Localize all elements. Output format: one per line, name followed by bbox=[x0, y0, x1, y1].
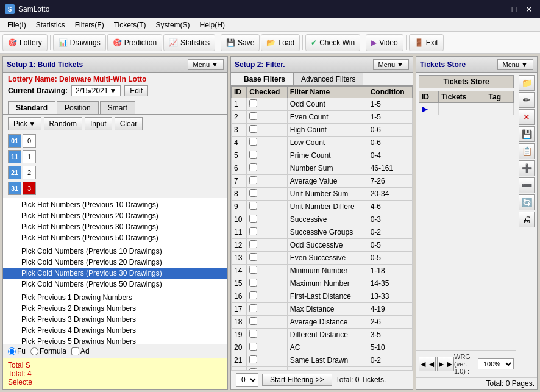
filter-checkbox[interactable] bbox=[249, 330, 257, 338]
filter-tab-base[interactable]: Base Filters bbox=[236, 73, 293, 85]
action-save-button[interactable]: 💾 bbox=[519, 126, 535, 142]
filter-checkbox[interactable] bbox=[249, 343, 257, 351]
list-item[interactable]: Pick Previous 3 Drawings Numbers bbox=[3, 314, 227, 325]
filter-checkbox[interactable] bbox=[249, 202, 257, 210]
menu-statistics[interactable]: Statistics bbox=[31, 18, 70, 31]
radio-formula[interactable] bbox=[30, 347, 38, 355]
filter-id-dropdown[interactable]: 0 bbox=[236, 373, 258, 387]
filter-checkbox-cell[interactable] bbox=[247, 354, 288, 367]
menu-file[interactable]: File(I) bbox=[2, 18, 31, 31]
action-remove-button[interactable]: ➖ bbox=[519, 177, 535, 193]
action-open-button[interactable]: 📁 bbox=[519, 75, 535, 91]
list-item[interactable]: Pick Hot Numbers (Previous 20 Drawings) bbox=[3, 210, 227, 221]
tab-smart[interactable]: Smart bbox=[100, 101, 135, 114]
filter-checkbox-cell[interactable] bbox=[247, 239, 288, 252]
list-item[interactable]: Pick Previous 2 Drawings Numbers bbox=[3, 303, 227, 314]
close-button[interactable]: ✕ bbox=[523, 3, 535, 15]
filter-checkbox-cell[interactable] bbox=[247, 124, 288, 137]
filter-checkbox[interactable] bbox=[249, 151, 257, 159]
filter-checkbox[interactable] bbox=[249, 99, 257, 107]
input-button[interactable]: Input bbox=[85, 117, 112, 130]
radio-full[interactable] bbox=[8, 347, 16, 355]
action-edit-button[interactable]: ✏ bbox=[519, 92, 535, 108]
filter-checkbox-cell[interactable] bbox=[247, 175, 288, 188]
drawing-date-field[interactable]: 2/15/2021 ▼ bbox=[71, 85, 121, 96]
list-item[interactable]: Pick Cold Numbers (Previous 30 Drawings) bbox=[3, 268, 227, 279]
filter-checkbox[interactable] bbox=[249, 253, 257, 261]
filter-checkbox-cell[interactable] bbox=[247, 111, 288, 124]
filter-checkbox[interactable] bbox=[249, 240, 257, 248]
filter-checkbox[interactable] bbox=[249, 317, 257, 325]
tab-position[interactable]: Position bbox=[57, 101, 99, 114]
setup1-menu-button[interactable]: Menu ▼ bbox=[188, 59, 224, 70]
minimize-button[interactable]: — bbox=[494, 3, 506, 15]
menu-filters[interactable]: Filters(F) bbox=[70, 18, 109, 31]
filter-checkbox[interactable] bbox=[249, 138, 257, 146]
save-button[interactable]: 💾 Save bbox=[221, 34, 260, 51]
filter-checkbox-cell[interactable] bbox=[247, 290, 288, 303]
filter-checkbox-cell[interactable] bbox=[247, 367, 288, 371]
filter-checkbox[interactable] bbox=[249, 368, 257, 370]
nav-forward-button[interactable]: ►► bbox=[437, 357, 454, 371]
filter-checkbox[interactable] bbox=[249, 189, 257, 197]
clear-button[interactable]: Clear bbox=[115, 117, 143, 130]
menu-help[interactable]: Help(H) bbox=[195, 18, 230, 31]
load-button[interactable]: 📂 Load bbox=[261, 34, 300, 51]
filter-tab-advanced[interactable]: Advanced Filters bbox=[293, 73, 363, 85]
filter-checkbox-cell[interactable] bbox=[247, 98, 288, 111]
filter-checkbox-cell[interactable] bbox=[247, 226, 288, 239]
menu-system[interactable]: System(S) bbox=[151, 18, 195, 31]
start-filtering-button[interactable]: Start Filtering >> bbox=[262, 374, 332, 386]
list-item[interactable]: Pick Cold Numbers (Previous 50 Drawings) bbox=[3, 279, 227, 290]
list-item[interactable]: Pick Previous 1 Drawing Numbers bbox=[3, 292, 227, 303]
filter-checkbox-cell[interactable] bbox=[247, 162, 288, 175]
drawings-button[interactable]: 📊 Drawings bbox=[53, 34, 106, 51]
filter-checkbox[interactable] bbox=[249, 176, 257, 184]
filter-checkbox[interactable] bbox=[249, 163, 257, 171]
action-delete-button[interactable]: ✕ bbox=[519, 109, 535, 125]
lottery-button[interactable]: 🎯 Lottery bbox=[2, 34, 48, 51]
action-print-button[interactable]: 🖨 bbox=[519, 212, 535, 227]
prediction-button[interactable]: 🎯 Prediction bbox=[107, 34, 162, 51]
filter-checkbox[interactable] bbox=[249, 227, 257, 235]
filter-checkbox-cell[interactable] bbox=[247, 329, 288, 341]
edit-button[interactable]: Edit bbox=[124, 85, 148, 96]
filter-checkbox-cell[interactable] bbox=[247, 149, 288, 162]
zoom-dropdown[interactable]: 100% bbox=[478, 358, 514, 369]
random-button[interactable]: Random bbox=[44, 117, 82, 130]
action-refresh-button[interactable]: 🔄 bbox=[519, 194, 535, 210]
filter-checkbox-cell[interactable] bbox=[247, 188, 288, 201]
filter-checkbox[interactable] bbox=[249, 266, 257, 274]
pick-button[interactable]: Pick ▼ bbox=[8, 117, 41, 130]
statistics-button[interactable]: 📈 Statistics bbox=[163, 34, 215, 51]
filter-checkbox[interactable] bbox=[249, 112, 257, 120]
filter-checkbox-cell[interactable] bbox=[247, 137, 288, 149]
video-button[interactable]: ▶ Video bbox=[366, 34, 403, 51]
list-item[interactable]: Pick Cold Numbers (Previous 20 Drawings) bbox=[3, 257, 227, 268]
menu-tickets[interactable]: Tickets(T) bbox=[109, 18, 151, 31]
action-add-button[interactable]: ➕ bbox=[519, 160, 535, 176]
filter-checkbox-cell[interactable] bbox=[247, 201, 288, 213]
filter-checkbox[interactable] bbox=[249, 215, 257, 223]
list-item[interactable]: Pick Previous 5 Drawings Numbers bbox=[3, 336, 227, 344]
filter-checkbox-cell[interactable] bbox=[247, 265, 288, 277]
filter-checkbox[interactable] bbox=[249, 291, 257, 299]
filter-checkbox-cell[interactable] bbox=[247, 277, 288, 290]
exit-button[interactable]: 🚪 Exit bbox=[409, 34, 444, 51]
list-item[interactable]: Pick Hot Numbers (Previous 10 Drawings) bbox=[3, 199, 227, 210]
action-copy-button[interactable]: 📋 bbox=[519, 143, 535, 159]
list-item[interactable]: Pick Hot Numbers (Previous 30 Drawings) bbox=[3, 221, 227, 232]
nav-back-button[interactable]: ◄◄ bbox=[419, 357, 436, 371]
options-list[interactable]: Pick Hot Numbers (Previous 10 Drawings)P… bbox=[3, 198, 227, 344]
filter-checkbox-cell[interactable] bbox=[247, 213, 288, 226]
filter-checkbox[interactable] bbox=[249, 304, 257, 312]
filter-checkbox-cell[interactable] bbox=[247, 303, 288, 316]
tab-standard[interactable]: Standard bbox=[8, 101, 55, 115]
list-item[interactable]: Pick Cold Numbers (Previous 10 Drawings) bbox=[3, 246, 227, 257]
filter-checkbox-cell[interactable] bbox=[247, 316, 288, 329]
filter-checkbox[interactable] bbox=[249, 355, 257, 363]
list-item[interactable]: Pick Previous 4 Drawings Numbers bbox=[3, 325, 227, 336]
filter-checkbox-cell[interactable] bbox=[247, 341, 288, 354]
filter-checkbox[interactable] bbox=[249, 279, 257, 287]
list-item[interactable]: Pick Hot Numbers (Previous 50 Drawings) bbox=[3, 232, 227, 243]
